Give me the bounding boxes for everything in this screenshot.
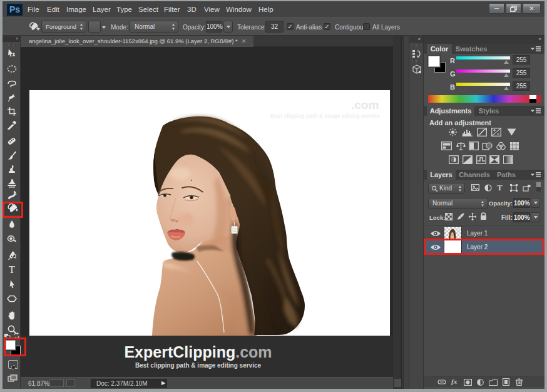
svg-text:T: T: [9, 264, 15, 275]
